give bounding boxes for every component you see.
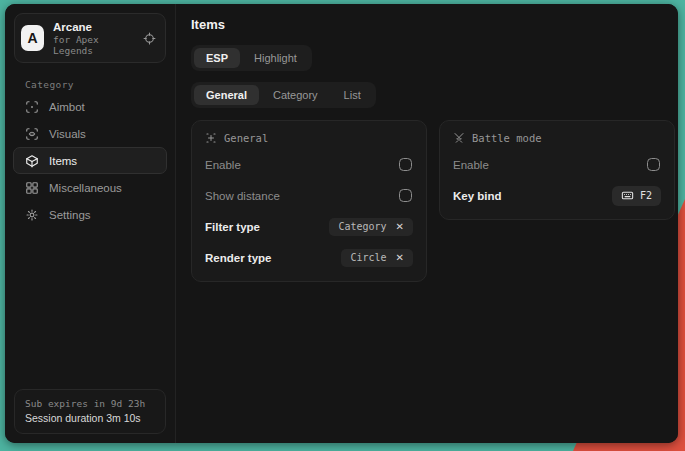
enable-row: Enable xyxy=(205,154,413,175)
battle-enable-label: Enable xyxy=(453,159,489,171)
filter-type-label: Filter type xyxy=(205,221,260,233)
sidebar-item-label: Items xyxy=(49,155,77,167)
package-icon xyxy=(25,154,39,168)
filter-type-select[interactable]: Category ✕ xyxy=(329,218,413,236)
crosshair-icon xyxy=(25,100,39,114)
render-type-row: Render type Circle ✕ xyxy=(205,247,413,268)
close-icon[interactable]: ✕ xyxy=(396,222,404,232)
swords-icon xyxy=(453,132,465,144)
enable-label: Enable xyxy=(205,159,241,171)
sidebar-item-visuals[interactable]: Visuals xyxy=(13,120,167,147)
sidebar-item-miscellaneous[interactable]: Miscellaneous xyxy=(13,174,167,201)
filter-type-row: Filter type Category ✕ xyxy=(205,216,413,237)
sidebar-item-label: Aimbot xyxy=(49,101,85,113)
gear-icon xyxy=(25,208,39,222)
tab-general[interactable]: General xyxy=(194,85,259,105)
view-tab-group: General Category List xyxy=(191,82,376,108)
filter-type-value: Category xyxy=(338,221,386,232)
sub-expires-text: Sub expires in 9d 23h xyxy=(25,396,155,411)
close-icon[interactable]: ✕ xyxy=(396,253,404,263)
render-type-select[interactable]: Circle ✕ xyxy=(341,249,413,267)
sidebar-nav: Aimbot Visuals Items xyxy=(5,93,175,228)
show-distance-row: Show distance xyxy=(205,185,413,206)
app-logo: A xyxy=(21,25,44,51)
tab-esp[interactable]: ESP xyxy=(194,48,240,68)
sidebar-section-label: Category xyxy=(25,79,175,90)
general-panel: General Enable Show distance Filter type… xyxy=(191,120,427,282)
mode-tab-group: ESP Highlight xyxy=(191,45,312,71)
app-header-card: A Arcane for Apex Legends xyxy=(14,13,166,63)
tab-highlight[interactable]: Highlight xyxy=(242,48,309,68)
sidebar-item-settings[interactable]: Settings xyxy=(13,201,167,228)
sidebar-item-aimbot[interactable]: Aimbot xyxy=(13,93,167,120)
sidebar-item-label: Visuals xyxy=(49,128,86,140)
app-title: Arcane xyxy=(53,20,134,34)
page-title: Items xyxy=(191,17,675,32)
grid-icon xyxy=(25,181,39,195)
sidebar-spacer xyxy=(5,228,175,380)
battle-mode-panel-title: Battle mode xyxy=(472,132,542,144)
main-content: Items ESP Highlight General Category Lis… xyxy=(176,4,678,443)
render-type-label: Render type xyxy=(205,252,271,264)
battle-enable-checkbox[interactable] xyxy=(647,158,660,171)
tab-list[interactable]: List xyxy=(332,85,373,105)
sidebar-item-label: Miscellaneous xyxy=(49,182,122,194)
battle-enable-row: Enable xyxy=(453,154,661,175)
key-bind-value: F2 xyxy=(640,190,652,201)
sidebar-item-label: Settings xyxy=(49,209,91,221)
key-bind-button[interactable]: F2 xyxy=(612,186,661,206)
arcane-app-window: A Arcane for Apex Legends Category xyxy=(5,4,678,443)
general-panel-header: General xyxy=(205,132,413,144)
general-panel-title: General xyxy=(224,132,268,144)
eye-icon xyxy=(25,127,39,141)
crosshair-target-icon[interactable] xyxy=(143,32,156,45)
show-distance-checkbox[interactable] xyxy=(399,189,412,202)
battle-mode-panel: Battle mode Enable Key bind xyxy=(439,120,675,220)
app-title-block: Arcane for Apex Legends xyxy=(53,20,134,56)
sidebar: A Arcane for Apex Legends Category xyxy=(5,4,176,443)
panels-row: General Enable Show distance Filter type… xyxy=(191,120,675,282)
session-duration-text: Session duration 3m 10s xyxy=(25,411,155,427)
keyboard-icon xyxy=(621,189,634,202)
key-bind-label: Key bind xyxy=(453,190,502,202)
focus-grid-icon xyxy=(205,132,217,144)
enable-checkbox[interactable] xyxy=(399,158,412,171)
render-type-value: Circle xyxy=(350,252,386,263)
sidebar-item-items[interactable]: Items xyxy=(13,147,167,174)
tab-category[interactable]: Category xyxy=(261,85,330,105)
app-subtitle: for Apex Legends xyxy=(53,34,134,56)
battle-mode-panel-header: Battle mode xyxy=(453,132,661,144)
key-bind-row: Key bind F2 xyxy=(453,185,661,206)
show-distance-label: Show distance xyxy=(205,190,280,202)
subscription-card: Sub expires in 9d 23h Session duration 3… xyxy=(14,389,166,434)
